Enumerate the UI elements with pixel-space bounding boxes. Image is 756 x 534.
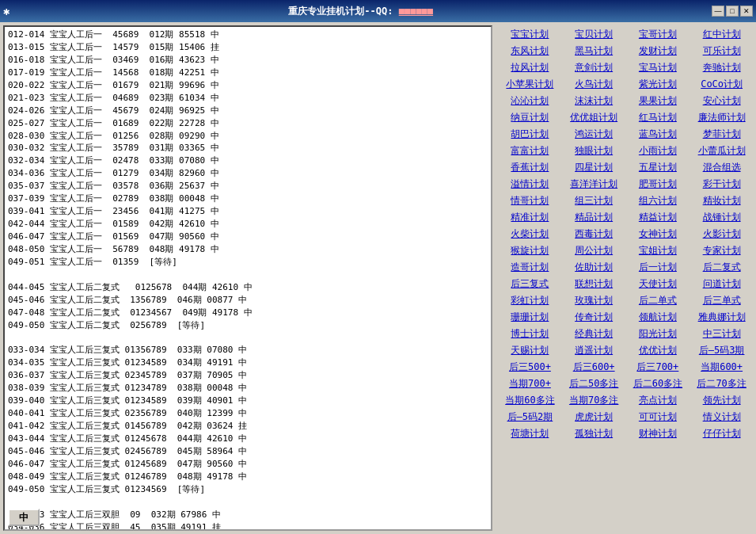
- plan-link[interactable]: 领先计划: [690, 393, 753, 408]
- plan-link[interactable]: 胡巴计划: [499, 127, 561, 142]
- plan-link[interactable]: 周公计划: [563, 243, 625, 258]
- plan-link[interactable]: 紫光计划: [627, 77, 690, 92]
- plan-link[interactable]: 火影计划: [690, 227, 753, 242]
- plan-link[interactable]: 纳豆计划: [499, 110, 561, 125]
- plan-link[interactable]: 彩干计划: [690, 177, 753, 192]
- plan-link[interactable]: 黑马计划: [563, 44, 625, 59]
- plan-link[interactable]: 问道计划: [690, 277, 753, 292]
- plan-link[interactable]: 玫瑰计划: [563, 293, 625, 308]
- plan-link[interactable]: 优优计划: [627, 343, 690, 358]
- plan-link[interactable]: 天使计划: [627, 277, 690, 292]
- plan-link[interactable]: 独眼计划: [563, 143, 625, 158]
- plan-link[interactable]: 组三计划: [563, 193, 625, 208]
- plan-link[interactable]: 红中计划: [690, 27, 753, 42]
- plan-link[interactable]: 喜洋洋计划: [563, 177, 625, 192]
- plan-link[interactable]: 造哥计划: [499, 260, 561, 275]
- plan-link[interactable]: 后一计划: [627, 260, 690, 275]
- plan-link[interactable]: 猴旋计划: [499, 243, 561, 258]
- plan-link[interactable]: 发财计划: [627, 44, 690, 59]
- plan-link[interactable]: 沁沁计划: [499, 93, 561, 109]
- plan-link[interactable]: 富富计划: [499, 143, 561, 158]
- plan-link[interactable]: 当期700+: [499, 376, 561, 391]
- plan-link[interactable]: 意剑计划: [563, 60, 625, 75]
- plan-link[interactable]: 肥哥计划: [627, 177, 690, 192]
- plan-link[interactable]: 优优姐计划: [563, 110, 625, 125]
- plan-link[interactable]: 宝哥计划: [627, 27, 690, 42]
- plan-link[interactable]: 后三700+: [627, 360, 690, 375]
- plan-link[interactable]: 亮点计划: [627, 393, 690, 408]
- plan-link[interactable]: 逍遥计划: [563, 343, 625, 358]
- plan-link[interactable]: 宝马计划: [627, 60, 690, 75]
- plan-link[interactable]: 奔驰计划: [690, 60, 753, 75]
- plan-link[interactable]: 梦菲计划: [690, 127, 753, 142]
- plan-link[interactable]: 小苹果计划: [499, 77, 561, 92]
- maximize-button[interactable]: □: [726, 6, 739, 17]
- plan-link[interactable]: 火鸟计划: [563, 77, 625, 92]
- plan-link[interactable]: 混合组选: [690, 160, 753, 175]
- plan-link[interactable]: 精品计划: [563, 210, 625, 225]
- plan-link[interactable]: 精准计划: [499, 210, 561, 225]
- plan-link[interactable]: 小蕾瓜计划: [690, 143, 753, 158]
- plan-link[interactable]: 女神计划: [627, 227, 690, 242]
- plan-link[interactable]: 战锺计划: [690, 210, 753, 225]
- minimize-button[interactable]: —: [712, 6, 724, 17]
- plan-link[interactable]: 精妆计划: [690, 193, 753, 208]
- plan-link[interactable]: 廉法师计划: [690, 110, 753, 125]
- plan-link[interactable]: 后—5码2期: [499, 410, 561, 425]
- plan-link[interactable]: 鸿运计划: [563, 127, 625, 142]
- plan-link[interactable]: 宝姐计划: [627, 243, 690, 258]
- plan-link[interactable]: 博士计划: [499, 326, 561, 341]
- plan-link[interactable]: 后二单式: [627, 293, 690, 308]
- plan-link[interactable]: 后—5码3期: [690, 343, 753, 358]
- qq-link[interactable]: ■■■■■■: [399, 6, 433, 17]
- plan-link[interactable]: 东风计划: [499, 44, 561, 59]
- close-button[interactable]: ✕: [740, 6, 753, 17]
- plan-link[interactable]: 宝贝计划: [563, 27, 625, 42]
- plan-link[interactable]: 溢情计划: [499, 177, 561, 192]
- plan-link[interactable]: 宝宝计划: [499, 27, 561, 42]
- plan-link[interactable]: 安心计划: [690, 93, 753, 109]
- plan-link[interactable]: 彩虹计划: [499, 293, 561, 308]
- plan-link[interactable]: 精益计划: [627, 210, 690, 225]
- plan-link[interactable]: 红马计划: [627, 110, 690, 125]
- plan-link[interactable]: 传奇计划: [563, 310, 625, 325]
- plan-link[interactable]: 蓝鸟计划: [627, 127, 690, 142]
- plan-link[interactable]: 后二复式: [690, 260, 753, 275]
- plan-link[interactable]: 中三计划: [690, 326, 753, 341]
- plan-link[interactable]: 领航计划: [627, 310, 690, 325]
- plan-link[interactable]: CoCo计划: [690, 77, 753, 92]
- plan-link[interactable]: 阳光计划: [627, 326, 690, 341]
- plan-link[interactable]: 后三单式: [690, 293, 753, 308]
- plan-link[interactable]: 可乐计划: [690, 44, 753, 59]
- plan-link[interactable]: 雅典娜计划: [690, 310, 753, 325]
- plan-link[interactable]: 天赐计划: [499, 343, 561, 358]
- plan-link[interactable]: 组六计划: [627, 193, 690, 208]
- plan-link[interactable]: 财神计划: [627, 426, 690, 441]
- plan-link[interactable]: 虎虎计划: [563, 410, 625, 425]
- plan-link[interactable]: 四星计划: [563, 160, 625, 175]
- plan-link[interactable]: 情哥计划: [499, 193, 561, 208]
- plan-link[interactable]: 后三600+: [563, 360, 625, 375]
- plan-link[interactable]: 经典计划: [563, 326, 625, 341]
- plan-text-area[interactable]: 012-014 宝宝人工后一 45689 012期 85518 中 013-01…: [5, 27, 491, 529]
- plan-link[interactable]: 当期600+: [690, 360, 753, 375]
- plan-link[interactable]: 当期70多注: [563, 393, 625, 408]
- plan-link[interactable]: 后二50多注: [563, 376, 625, 391]
- plan-link[interactable]: 仔仔计划: [690, 426, 753, 441]
- plan-link[interactable]: 香蕉计划: [499, 160, 561, 175]
- plan-link[interactable]: 后三500+: [499, 360, 561, 375]
- plan-link[interactable]: 小雨计划: [627, 143, 690, 158]
- plan-link[interactable]: 后二60多注: [627, 376, 690, 391]
- plan-link[interactable]: 联想计划: [563, 277, 625, 292]
- plan-link[interactable]: 火柴计划: [499, 227, 561, 242]
- plan-link[interactable]: 西毒计划: [563, 227, 625, 242]
- plan-link[interactable]: 专家计划: [690, 243, 753, 258]
- plan-link[interactable]: 珊珊计划: [499, 310, 561, 325]
- plan-link[interactable]: 拉风计划: [499, 60, 561, 75]
- plan-link[interactable]: 情义计划: [690, 410, 753, 425]
- plan-link[interactable]: 后三复式: [499, 277, 561, 292]
- plan-link[interactable]: 五星计划: [627, 160, 690, 175]
- plan-link[interactable]: 可可计划: [627, 410, 690, 425]
- plan-link[interactable]: 孤独计划: [563, 426, 625, 441]
- plan-link[interactable]: 佐助计划: [563, 260, 625, 275]
